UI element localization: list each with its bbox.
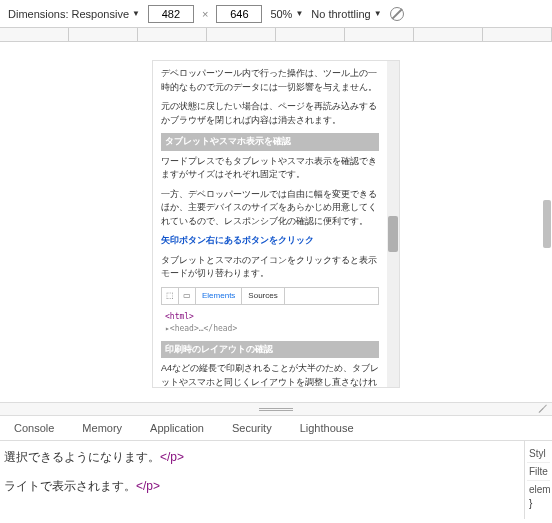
dimension-separator: ×	[202, 8, 208, 20]
device-toolbar: Dimensions: Responsive ▼ × 50% ▼ No thro…	[0, 0, 552, 28]
filter-input[interactable]: Filte	[527, 463, 550, 481]
tab-elements[interactable]: Elements	[196, 288, 242, 304]
height-input[interactable]	[216, 5, 262, 23]
tab-lighthouse[interactable]: Lighthouse	[300, 422, 354, 434]
code-line: ▸<head>…</head>	[165, 323, 379, 335]
ruler-bar	[0, 28, 552, 42]
device-frame: デベロッパーツール内で行った操作は、ツール上の一時的なもので元のデータには一切影…	[152, 60, 400, 388]
code-line: 選択できるようになります。</p>	[4, 449, 520, 466]
source-panel: 選択できるようになります。</p> ライトで表示されます。</p> Styl F…	[0, 441, 552, 519]
link-text[interactable]: 矢印ボタン右にあるボタンをクリック	[161, 234, 379, 248]
width-input[interactable]	[148, 5, 194, 23]
grip-lines-icon	[259, 408, 293, 411]
dimensions-dropdown[interactable]: Dimensions: Responsive ▼	[8, 8, 140, 20]
code-line: ライトで表示されます。</p>	[4, 478, 520, 495]
source-code: 選択できるようになります。</p> ライトで表示されます。</p>	[0, 441, 524, 519]
zoom-dropdown[interactable]: 50% ▼	[270, 8, 303, 20]
scrollbar-thumb[interactable]	[388, 216, 398, 252]
section-heading: タブレットやスマホ表示を確認	[161, 133, 379, 151]
drawer-tabs: Console Memory Application Security Ligh…	[0, 416, 552, 441]
throttling-dropdown[interactable]: No throttling ▼	[311, 8, 381, 20]
tab-sources[interactable]: Sources	[242, 288, 284, 304]
device-viewport: デベロッパーツール内で行った操作は、ツール上の一時的なもので元のデータには一切影…	[0, 42, 552, 402]
page-content: デベロッパーツール内で行った操作は、ツール上の一時的なもので元のデータには一切影…	[153, 61, 387, 387]
tab-security[interactable]: Security	[232, 422, 272, 434]
zoom-value: 50%	[270, 8, 292, 20]
paragraph: 一方、デベロッパーツールでは自由に幅を変更できるほか、主要デバイスのサイズをあら…	[161, 188, 379, 229]
code-line: <html>	[165, 311, 379, 323]
scrollbar-vertical[interactable]	[387, 61, 399, 387]
section-heading: 印刷時のレイアウトの確認	[161, 341, 379, 359]
styles-tab[interactable]: Styl	[527, 445, 550, 463]
selector-text: elem	[527, 481, 550, 498]
device-icon[interactable]: ▭	[179, 288, 196, 304]
html-tag: </p>	[160, 450, 184, 464]
chevron-down-icon: ▼	[374, 9, 382, 18]
paragraph: ワードプレスでもタブレットやスマホ表示を確認できますがサイズはそれぞれ固定です。	[161, 155, 379, 182]
throttling-value: No throttling	[311, 8, 370, 20]
paragraph: デベロッパーツール内で行った操作は、ツール上の一時的なもので元のデータには一切影…	[161, 67, 379, 94]
brace: }	[527, 498, 550, 509]
chevron-down-icon: ▼	[132, 9, 140, 18]
styles-panel: Styl Filte elem }	[524, 441, 552, 519]
inspect-icon[interactable]: ⬚	[162, 288, 179, 304]
tab-memory[interactable]: Memory	[82, 422, 122, 434]
paragraph: A4などの縦長で印刷されることが大半のため、タブレットやスマホと同じくレイアウト…	[161, 362, 379, 387]
html-tag: </p>	[136, 479, 160, 493]
rotate-icon[interactable]	[390, 7, 404, 21]
paragraph: 元の状態に戻したい場合は、ページを再読み込みするかブラウザを閉じれば内容は消去さ…	[161, 100, 379, 127]
paragraph: タブレットとスマホのアイコンをクリックすると表示モードが切り替わります。	[161, 254, 379, 281]
devtools-mini-tabs: ⬚ ▭ Elements Sources	[161, 287, 379, 305]
tab-application[interactable]: Application	[150, 422, 204, 434]
outer-scrollbar-thumb[interactable]	[543, 200, 551, 248]
resize-corner-icon	[538, 403, 548, 413]
responsive-label: Responsive	[72, 8, 129, 20]
drawer-resize-handle[interactable]	[0, 402, 552, 416]
chevron-down-icon: ▼	[295, 9, 303, 18]
dimensions-label: Dimensions:	[8, 8, 69, 20]
tab-console[interactable]: Console	[14, 422, 54, 434]
